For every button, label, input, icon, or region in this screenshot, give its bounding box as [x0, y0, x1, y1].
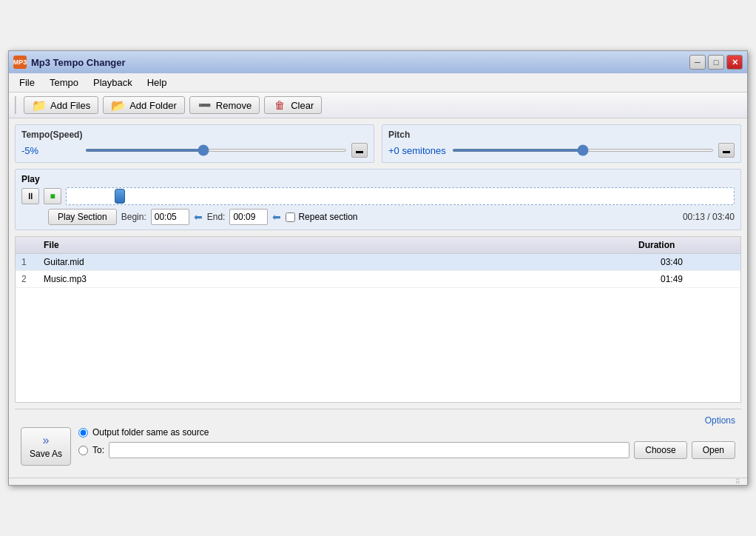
pitch-slider-row: +0 semitones ▬	[388, 143, 735, 158]
add-folder-icon: 📂	[111, 99, 126, 111]
tempo-decrement-button[interactable]: ▬	[351, 143, 368, 158]
bottom-top-row: Options	[21, 415, 735, 426]
remove-icon: ➖	[198, 99, 212, 111]
radio-same-label: Output folder same as source	[92, 427, 209, 438]
add-folder-button[interactable]: 📂 Add Folder	[103, 96, 185, 114]
pitch-group: Pitch +0 semitones ▬	[382, 124, 741, 163]
radio-to-label: To:	[92, 445, 104, 455]
repeat-section-check[interactable]: Repeat section	[286, 212, 357, 222]
save-as-icon: »	[43, 434, 50, 447]
time-display: 00:13 / 03:40	[683, 212, 735, 222]
save-as-button[interactable]: » Save As	[21, 427, 71, 466]
radio-same-input[interactable]	[78, 428, 88, 438]
clear-label: Clear	[291, 100, 314, 111]
radio-same-source[interactable]: Output folder same as source	[78, 427, 735, 438]
tempo-slider-row: -5% ▬	[21, 143, 368, 158]
pitch-value: +0 semitones	[388, 145, 448, 156]
play-section-button[interactable]: Play Section	[48, 209, 117, 225]
pause-button[interactable]: ⏸	[21, 188, 39, 204]
row2-num: 2	[21, 274, 44, 284]
col-file-header: File	[44, 240, 638, 250]
clear-button[interactable]: 🗑 Clear	[264, 96, 322, 114]
row1-duration: 03:40	[661, 257, 735, 267]
file-list-header: File Duration	[16, 237, 740, 254]
save-as-label: Save As	[30, 449, 62, 459]
add-files-icon: 📁	[32, 99, 47, 111]
tempo-label: Tempo(Speed)	[21, 130, 368, 140]
pitch-label: Pitch	[388, 130, 735, 140]
play-label: Play	[21, 174, 735, 184]
titlebar-buttons: ─ □ ✕	[689, 55, 743, 70]
open-button[interactable]: Open	[692, 441, 735, 459]
row2-duration: 01:49	[661, 274, 735, 284]
play-section: Play ⏸ ■ Play Section Begin: ⬅ End: ⬅ Re…	[15, 169, 741, 230]
app-icon: MP3	[13, 56, 27, 69]
resize-handle: ⠿	[735, 478, 744, 486]
titlebar: MP3 Mp3 Tempo Changer ─ □ ✕	[9, 51, 747, 73]
table-row[interactable]: 1 Guitar.mid 03:40	[16, 254, 740, 271]
pitch-decrement-button[interactable]: ▬	[718, 143, 735, 158]
clear-icon: 🗑	[272, 99, 287, 111]
begin-arrow[interactable]: ⬅	[194, 211, 203, 223]
remove-label: Remove	[216, 100, 252, 111]
col-num-header	[21, 240, 44, 250]
menu-playback[interactable]: Playback	[86, 75, 140, 90]
table-row[interactable]: 2 Music.mp3 01:49	[16, 271, 740, 288]
menu-file[interactable]: File	[12, 75, 42, 90]
pitch-slider[interactable]	[452, 149, 714, 152]
add-files-button[interactable]: 📁 Add Files	[24, 96, 98, 114]
toolbar: 📁 Add Files 📂 Add Folder ➖ Remove 🗑 Clea…	[9, 93, 747, 118]
remove-button[interactable]: ➖ Remove	[189, 96, 260, 114]
file-list-section: File Duration 1 Guitar.mid 03:40 2 Music…	[15, 236, 741, 403]
radio-to-input[interactable]	[78, 446, 88, 455]
radio-to-row: To: Choose Open	[78, 441, 735, 459]
minimize-button[interactable]: ─	[689, 55, 706, 70]
window-title: Mp3 Tempo Changer	[31, 57, 126, 68]
end-input[interactable]	[229, 209, 268, 225]
choose-button[interactable]: Choose	[634, 441, 686, 459]
begin-input[interactable]	[151, 209, 189, 225]
col-duration-header: Duration	[638, 240, 712, 250]
file-list-body: 1 Guitar.mid 03:40 2 Music.mp3 01:49	[16, 254, 740, 402]
row1-num: 1	[21, 257, 44, 267]
output-options: Output folder same as source To: Choose …	[78, 427, 735, 459]
row1-filename: Guitar.mid	[44, 257, 661, 267]
add-files-label: Add Files	[50, 100, 90, 111]
options-link[interactable]: Options	[705, 415, 735, 426]
progress-bar[interactable]	[66, 187, 735, 205]
end-label: End:	[207, 212, 226, 222]
end-arrow[interactable]: ⬅	[272, 211, 281, 223]
titlebar-left: MP3 Mp3 Tempo Changer	[13, 56, 126, 69]
menu-help[interactable]: Help	[140, 75, 175, 90]
play-controls: ⏸ ■	[21, 187, 735, 205]
close-button[interactable]: ✕	[726, 55, 743, 70]
bottom-bar: Options » Save As Output folder same as …	[15, 409, 741, 472]
output-folder-input[interactable]	[109, 442, 630, 458]
controls-row: Tempo(Speed) -5% ▬ Pitch +0 semitones ▬	[15, 124, 741, 163]
maximize-button[interactable]: □	[708, 55, 724, 70]
tempo-slider[interactable]	[85, 149, 347, 152]
menu-tempo[interactable]: Tempo	[42, 75, 86, 90]
add-folder-label: Add Folder	[129, 100, 177, 111]
tempo-value: -5%	[21, 145, 81, 156]
row2-filename: Music.mp3	[44, 274, 661, 284]
repeat-label: Repeat section	[298, 212, 357, 222]
stop-button[interactable]: ■	[44, 188, 61, 204]
toolbar-separator	[15, 96, 16, 114]
status-bar: ⠿	[9, 478, 747, 485]
content-area: Tempo(Speed) -5% ▬ Pitch +0 semitones ▬ …	[9, 118, 747, 478]
tempo-group: Tempo(Speed) -5% ▬	[15, 124, 374, 163]
section-controls: Play Section Begin: ⬅ End: ⬅ Repeat sect…	[21, 209, 735, 225]
bottom-row: » Save As Output folder same as source T…	[21, 427, 735, 466]
app-window: MP3 Mp3 Tempo Changer ─ □ ✕ File Tempo P…	[8, 50, 748, 486]
progress-handle[interactable]	[115, 189, 125, 204]
menubar: File Tempo Playback Help	[9, 73, 747, 93]
begin-label: Begin:	[121, 212, 146, 222]
repeat-checkbox[interactable]	[286, 212, 295, 222]
